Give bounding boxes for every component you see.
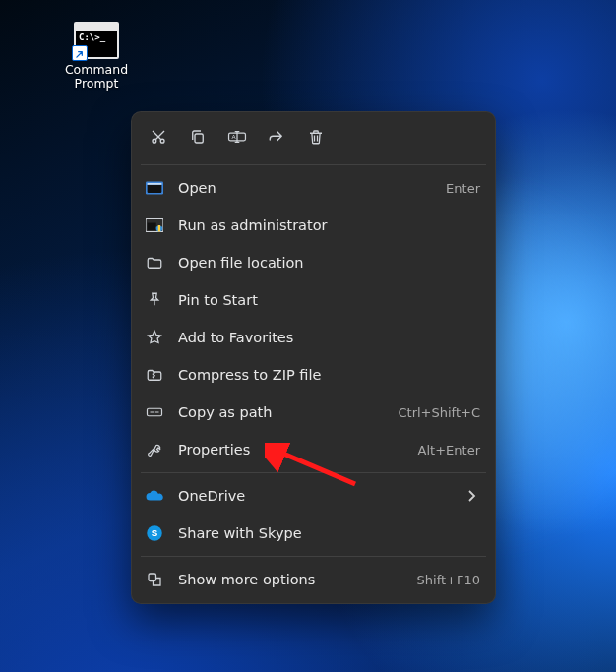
svg-rect-10 xyxy=(148,408,162,416)
pin-icon xyxy=(145,290,164,310)
skype-icon: S xyxy=(145,523,164,543)
menu-item-show-more-options[interactable]: Show more options Shift+F10 xyxy=(137,561,490,598)
separator xyxy=(141,556,486,557)
svg-rect-9 xyxy=(148,223,156,230)
menu-item-label: Add to Favorites xyxy=(178,330,466,345)
shortcut-overlay-icon xyxy=(72,45,88,61)
menu-item-accelerator: Ctrl+Shift+C xyxy=(398,405,480,420)
menu-item-label: Run as administrator xyxy=(178,217,466,233)
menu-item-add-to-favorites[interactable]: Add to Favorites xyxy=(137,319,490,356)
svg-rect-7 xyxy=(148,183,162,185)
svg-point-0 xyxy=(153,139,156,143)
menu-item-label: Copy as path xyxy=(178,404,384,420)
menu-item-label: Pin to Start xyxy=(178,292,466,308)
separator xyxy=(141,164,486,165)
command-prompt-icon: C:\>_ xyxy=(74,22,119,59)
app-icon xyxy=(145,178,164,198)
copy-icon xyxy=(188,127,208,147)
quick-actions-row: A xyxy=(137,117,490,160)
menu-item-label: Show more options xyxy=(178,572,403,587)
delete-button[interactable] xyxy=(296,119,336,154)
rename-icon: A xyxy=(227,127,247,147)
menu-item-onedrive[interactable]: OneDrive xyxy=(137,477,490,515)
menu-item-label: Properties xyxy=(178,442,404,458)
menu-item-accelerator: Enter xyxy=(446,181,480,196)
menu-item-share-with-skype[interactable]: S Share with Skype xyxy=(137,515,490,552)
menu-item-pin-to-start[interactable]: Pin to Start xyxy=(137,281,490,319)
share-icon xyxy=(267,127,286,147)
svg-text:S: S xyxy=(152,527,158,538)
onedrive-icon xyxy=(145,486,164,506)
copy-button[interactable] xyxy=(178,119,217,154)
wrench-icon xyxy=(145,440,164,459)
context-menu: A Open Enter Run as administrator xyxy=(131,111,496,604)
desktop-icon-label: Command Prompt xyxy=(57,63,136,92)
menu-item-label: Open xyxy=(178,180,432,196)
svg-rect-6 xyxy=(148,185,162,193)
svg-point-1 xyxy=(160,139,164,143)
menu-item-label: Compress to ZIP file xyxy=(178,367,466,383)
menu-item-accelerator: Alt+Enter xyxy=(418,443,480,458)
copy-path-icon xyxy=(145,402,164,422)
menu-item-label: Share with Skype xyxy=(178,525,466,541)
menu-item-compress-to-zip[interactable]: Compress to ZIP file xyxy=(137,356,490,394)
menu-item-accelerator: Shift+F10 xyxy=(417,573,480,587)
menu-item-label: OneDrive xyxy=(178,488,453,504)
svg-rect-2 xyxy=(195,134,203,143)
cut-icon xyxy=(149,127,168,147)
delete-icon xyxy=(306,127,326,147)
menu-item-open-file-location[interactable]: Open file location xyxy=(137,244,490,281)
chevron-right-icon xyxy=(466,490,480,502)
svg-text:A: A xyxy=(232,133,237,140)
shield-icon xyxy=(145,215,164,235)
star-icon xyxy=(145,328,164,347)
menu-item-properties[interactable]: Properties Alt+Enter xyxy=(137,431,490,468)
separator xyxy=(141,472,486,473)
rename-button[interactable]: A xyxy=(217,119,257,154)
zip-icon xyxy=(145,365,164,385)
share-button[interactable] xyxy=(257,119,296,154)
menu-item-label: Open file location xyxy=(178,255,466,271)
more-options-icon xyxy=(145,570,164,589)
desktop-shortcut-command-prompt[interactable]: C:\>_ Command Prompt xyxy=(57,22,136,92)
cut-button[interactable] xyxy=(139,119,178,154)
menu-item-run-as-administrator[interactable]: Run as administrator xyxy=(137,207,490,244)
svg-rect-13 xyxy=(149,574,156,581)
menu-item-copy-as-path[interactable]: Copy as path Ctrl+Shift+C xyxy=(137,394,490,431)
folder-open-icon xyxy=(145,253,164,273)
menu-item-open[interactable]: Open Enter xyxy=(137,169,490,207)
